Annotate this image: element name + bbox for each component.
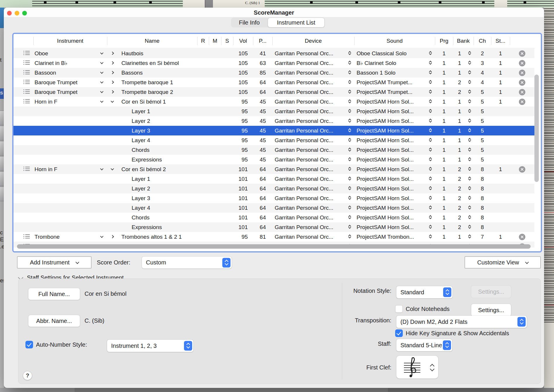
table-row[interactable]: Horn in FCor en Si bémol 19545Garritan P… (13, 97, 534, 106)
column-header-prg[interactable]: Prg (435, 36, 453, 46)
solo-cell[interactable] (221, 203, 233, 213)
table-row[interactable]: Layer 49545Garritan Personal Orc...Proje… (13, 135, 534, 145)
mute-cell[interactable] (209, 68, 221, 78)
table-row[interactable]: Baroque TrumpetTrompette baroque 110564G… (13, 78, 534, 87)
solo-cell[interactable] (221, 49, 233, 58)
volume-cell[interactable]: 105 (233, 87, 253, 97)
value-stepper-icon[interactable] (468, 157, 472, 162)
sound-cell[interactable]: ProjectSAM Horn Sol... (354, 184, 435, 193)
channel-cell[interactable]: 5 (474, 106, 491, 116)
sound-cell[interactable]: ProjectSAM Horn Sol... (354, 97, 435, 106)
program-cell[interactable]: 1 (435, 68, 453, 78)
volume-cell[interactable]: 101 (233, 203, 253, 213)
help-button[interactable]: ? (23, 371, 32, 380)
name-cell[interactable]: Layer 3 (107, 126, 197, 135)
solo-cell[interactable] (221, 155, 233, 164)
device-cell[interactable]: Garritan Personal Orc... (272, 106, 354, 116)
solo-cell[interactable] (221, 174, 233, 184)
staves-cell[interactable]: 1 (491, 97, 510, 106)
delete-instrument-button[interactable] (519, 79, 525, 86)
value-stepper-icon[interactable] (348, 186, 352, 191)
value-stepper-icon[interactable] (429, 224, 433, 230)
mute-cell[interactable] (209, 155, 221, 164)
delete-instrument-button[interactable] (519, 166, 525, 173)
pan-cell[interactable]: 85 (253, 68, 272, 78)
sound-cell[interactable]: ProjectSAM Horn Sol... (354, 155, 435, 164)
solo-cell[interactable] (221, 232, 233, 242)
staff-popup[interactable]: Standard 5-Line (396, 339, 452, 351)
name-cell[interactable]: Layer 2 (107, 116, 197, 126)
staff-list-icon[interactable] (23, 70, 30, 75)
mute-cell[interactable] (209, 116, 221, 126)
program-cell[interactable]: 1 (435, 58, 453, 68)
column-header-m[interactable]: M (209, 36, 221, 46)
name-cell[interactable]: Bassons (107, 68, 197, 78)
solo-cell[interactable] (221, 78, 233, 87)
solo-cell[interactable] (221, 87, 233, 97)
record-cell[interactable] (197, 58, 209, 68)
value-stepper-icon[interactable] (468, 186, 472, 191)
disclosure-collapsed-icon[interactable] (111, 51, 114, 55)
channel-cell[interactable]: 5 (474, 116, 491, 126)
channel-cell[interactable]: 8 (474, 184, 491, 193)
table-row[interactable]: Layer 210164Garritan Personal Orc...Proj… (13, 184, 534, 193)
bank-cell[interactable]: 2 (453, 222, 474, 232)
solo-cell[interactable] (221, 135, 233, 145)
value-stepper-icon[interactable] (348, 147, 352, 153)
pan-cell[interactable]: 64 (253, 87, 272, 97)
bank-cell[interactable]: 1 (453, 232, 474, 242)
chevron-down-icon[interactable] (100, 99, 103, 103)
table-row[interactable]: Baroque TrumpetTrompette baroque 210564G… (13, 87, 534, 97)
value-stepper-icon[interactable] (348, 224, 352, 230)
record-cell[interactable] (197, 68, 209, 78)
device-cell[interactable]: Garritan Personal Orc... (272, 78, 354, 87)
table-row[interactable]: Layer 39545Garritan Personal Orc...Proje… (13, 126, 534, 135)
value-stepper-icon[interactable] (468, 51, 472, 56)
table-row[interactable]: OboeHautbois10541Garritan Personal Orc..… (13, 49, 534, 58)
hide-key-signature-checkbox[interactable] (395, 329, 403, 337)
tab-instrument-list[interactable]: Instrument List (268, 18, 325, 27)
instrument-cell[interactable]: Bassoon (33, 68, 107, 78)
record-cell[interactable] (197, 213, 209, 222)
record-cell[interactable] (197, 78, 209, 87)
value-stepper-icon[interactable] (348, 157, 352, 162)
program-cell[interactable]: 1 (435, 193, 453, 203)
solo-cell[interactable] (221, 58, 233, 68)
channel-cell[interactable]: 5 (474, 135, 491, 145)
mute-cell[interactable] (209, 203, 221, 213)
value-stepper-icon[interactable] (429, 109, 433, 114)
instrument-cell[interactable]: Baroque Trumpet (33, 78, 107, 87)
chevron-down-icon[interactable] (100, 51, 103, 54)
staves-cell[interactable] (491, 184, 510, 193)
pan-cell[interactable]: 64 (253, 174, 272, 184)
solo-cell[interactable] (221, 164, 233, 174)
instrument-cell[interactable] (33, 213, 107, 222)
title-bar[interactable]: ScoreManager (4, 8, 544, 17)
sound-cell[interactable]: ProjectSAM Trumpet... (354, 78, 435, 87)
mute-cell[interactable] (209, 58, 221, 68)
name-cell[interactable]: Layer 1 (107, 174, 197, 184)
value-stepper-icon[interactable] (468, 99, 472, 104)
record-cell[interactable] (197, 184, 209, 193)
program-cell[interactable]: 1 (435, 87, 453, 97)
name-cell[interactable]: Trompette baroque 1 (107, 78, 197, 87)
color-settings-button[interactable]: Settings... (471, 304, 511, 316)
instrument-cell[interactable] (33, 106, 107, 116)
delete-instrument-button[interactable] (519, 70, 525, 76)
table-row[interactable]: Clarinet in B♭Clarinettes en Si bémol105… (13, 58, 534, 68)
pan-cell[interactable]: 45 (253, 135, 272, 145)
instrument-cell[interactable] (33, 126, 107, 135)
sound-cell[interactable]: ProjectSAM Horn Sol... (354, 106, 435, 116)
channel-cell[interactable]: 8 (474, 222, 491, 232)
mute-cell[interactable] (209, 145, 221, 155)
mute-cell[interactable] (209, 78, 221, 87)
instrument-cell[interactable]: Horn in F (33, 164, 107, 174)
value-stepper-icon[interactable] (468, 128, 472, 133)
value-stepper-icon[interactable] (429, 234, 433, 240)
record-cell[interactable] (197, 222, 209, 232)
chevron-down-icon[interactable] (100, 235, 103, 238)
value-stepper-icon[interactable] (348, 60, 352, 66)
value-stepper-icon[interactable] (468, 234, 472, 240)
volume-cell[interactable]: 101 (233, 213, 253, 222)
staves-cell[interactable]: 1 (491, 232, 510, 242)
